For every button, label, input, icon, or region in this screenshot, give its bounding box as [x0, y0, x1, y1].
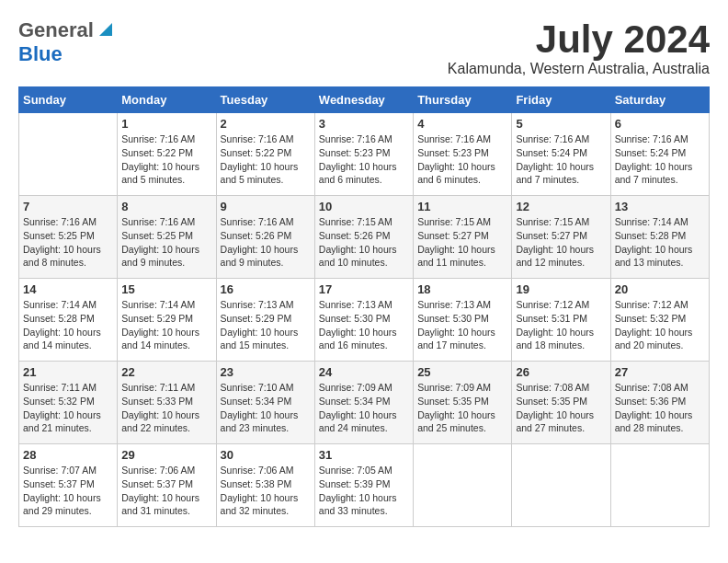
calendar-cell: 16Sunrise: 7:13 AM Sunset: 5:29 PM Dayli… [216, 279, 314, 362]
day-info: Sunrise: 7:06 AM Sunset: 5:37 PM Dayligh… [121, 464, 211, 518]
calendar-cell: 7Sunrise: 7:16 AM Sunset: 5:25 PM Daylig… [19, 196, 118, 279]
day-info: Sunrise: 7:13 AM Sunset: 5:29 PM Dayligh… [221, 298, 311, 352]
day-number: 27 [615, 365, 705, 379]
day-number: 15 [121, 282, 211, 296]
calendar-cell: 21Sunrise: 7:11 AM Sunset: 5:32 PM Dayli… [19, 362, 118, 444]
day-number: 30 [221, 448, 311, 462]
logo-arrow-icon [96, 19, 116, 40]
day-info: Sunrise: 7:16 AM Sunset: 5:24 PM Dayligh… [615, 132, 705, 187]
day-info: Sunrise: 7:07 AM Sunset: 5:37 PM Dayligh… [23, 464, 113, 518]
day-number: 31 [319, 448, 409, 462]
header-saturday: Saturday [610, 87, 709, 113]
calendar-cell: 26Sunrise: 7:08 AM Sunset: 5:35 PM Dayli… [512, 362, 610, 444]
day-number: 22 [121, 365, 211, 379]
calendar-table: Sunday Monday Tuesday Wednesday Thursday… [18, 86, 710, 527]
day-number: 16 [221, 282, 311, 296]
page-header: General Blue July 2024 Kalamunda, Wester… [18, 18, 710, 77]
day-number: 18 [417, 282, 507, 296]
calendar-cell: 12Sunrise: 7:15 AM Sunset: 5:27 PM Dayli… [512, 196, 610, 279]
day-info: Sunrise: 7:13 AM Sunset: 5:30 PM Dayligh… [319, 298, 409, 352]
day-info: Sunrise: 7:10 AM Sunset: 5:34 PM Dayligh… [221, 381, 311, 435]
day-info: Sunrise: 7:11 AM Sunset: 5:32 PM Dayligh… [23, 381, 113, 435]
calendar-cell: 3Sunrise: 7:16 AM Sunset: 5:23 PM Daylig… [314, 113, 413, 196]
day-info: Sunrise: 7:08 AM Sunset: 5:36 PM Dayligh… [615, 381, 705, 435]
calendar-week-3: 14Sunrise: 7:14 AM Sunset: 5:28 PM Dayli… [19, 279, 710, 362]
calendar-cell [512, 444, 610, 527]
day-number: 1 [121, 117, 211, 131]
header-thursday: Thursday [414, 87, 512, 113]
calendar-cell: 1Sunrise: 7:16 AM Sunset: 5:22 PM Daylig… [118, 113, 216, 196]
day-info: Sunrise: 7:09 AM Sunset: 5:35 PM Dayligh… [417, 381, 507, 435]
header-sunday: Sunday [19, 87, 118, 113]
calendar-cell: 30Sunrise: 7:06 AM Sunset: 5:38 PM Dayli… [216, 444, 314, 527]
day-info: Sunrise: 7:14 AM Sunset: 5:28 PM Dayligh… [23, 298, 113, 352]
calendar-cell: 24Sunrise: 7:09 AM Sunset: 5:34 PM Dayli… [314, 362, 413, 444]
header-wednesday: Wednesday [314, 87, 413, 113]
day-number: 9 [221, 200, 311, 213]
day-number: 14 [23, 282, 113, 296]
calendar-cell: 10Sunrise: 7:15 AM Sunset: 5:26 PM Dayli… [314, 196, 413, 279]
calendar-cell: 19Sunrise: 7:12 AM Sunset: 5:31 PM Dayli… [512, 279, 610, 362]
day-number: 29 [121, 448, 211, 462]
calendar-week-2: 7Sunrise: 7:16 AM Sunset: 5:25 PM Daylig… [19, 196, 710, 279]
day-number: 6 [615, 117, 705, 131]
title-section: July 2024 Kalamunda, Western Australia, … [448, 18, 710, 77]
calendar-cell: 5Sunrise: 7:16 AM Sunset: 5:24 PM Daylig… [512, 113, 610, 196]
calendar-cell [19, 113, 118, 196]
header-friday: Friday [512, 87, 610, 113]
logo-general: General [18, 18, 94, 42]
calendar-week-4: 21Sunrise: 7:11 AM Sunset: 5:32 PM Dayli… [19, 362, 710, 444]
header-row: Sunday Monday Tuesday Wednesday Thursday… [19, 87, 710, 113]
day-info: Sunrise: 7:16 AM Sunset: 5:23 PM Dayligh… [319, 132, 409, 187]
day-number: 2 [221, 117, 311, 131]
day-info: Sunrise: 7:14 AM Sunset: 5:28 PM Dayligh… [615, 215, 705, 270]
day-number: 5 [516, 117, 606, 131]
day-number: 23 [221, 365, 311, 379]
calendar-cell: 15Sunrise: 7:14 AM Sunset: 5:29 PM Dayli… [118, 279, 216, 362]
day-info: Sunrise: 7:08 AM Sunset: 5:35 PM Dayligh… [516, 381, 606, 435]
location-title: Kalamunda, Western Australia, Australia [448, 61, 710, 77]
day-info: Sunrise: 7:16 AM Sunset: 5:25 PM Dayligh… [121, 215, 211, 270]
calendar-cell: 2Sunrise: 7:16 AM Sunset: 5:22 PM Daylig… [216, 113, 314, 196]
day-info: Sunrise: 7:11 AM Sunset: 5:33 PM Dayligh… [121, 381, 211, 435]
day-number: 8 [121, 200, 211, 213]
day-number: 20 [615, 282, 705, 296]
day-number: 12 [516, 200, 606, 213]
calendar-cell: 14Sunrise: 7:14 AM Sunset: 5:28 PM Dayli… [19, 279, 118, 362]
calendar-cell: 17Sunrise: 7:13 AM Sunset: 5:30 PM Dayli… [314, 279, 413, 362]
day-info: Sunrise: 7:06 AM Sunset: 5:38 PM Dayligh… [221, 464, 311, 518]
day-info: Sunrise: 7:12 AM Sunset: 5:32 PM Dayligh… [615, 298, 705, 352]
svg-marker-0 [99, 23, 112, 36]
day-number: 3 [319, 117, 409, 131]
calendar-cell: 4Sunrise: 7:16 AM Sunset: 5:23 PM Daylig… [414, 113, 512, 196]
day-info: Sunrise: 7:16 AM Sunset: 5:23 PM Dayligh… [417, 132, 507, 187]
day-number: 24 [319, 365, 409, 379]
calendar-cell: 27Sunrise: 7:08 AM Sunset: 5:36 PM Dayli… [610, 362, 709, 444]
header-tuesday: Tuesday [216, 87, 314, 113]
calendar-cell: 6Sunrise: 7:16 AM Sunset: 5:24 PM Daylig… [610, 113, 709, 196]
calendar-cell: 22Sunrise: 7:11 AM Sunset: 5:33 PM Dayli… [118, 362, 216, 444]
day-info: Sunrise: 7:16 AM Sunset: 5:26 PM Dayligh… [221, 215, 311, 270]
calendar-cell: 25Sunrise: 7:09 AM Sunset: 5:35 PM Dayli… [414, 362, 512, 444]
day-info: Sunrise: 7:12 AM Sunset: 5:31 PM Dayligh… [516, 298, 606, 352]
calendar-cell: 20Sunrise: 7:12 AM Sunset: 5:32 PM Dayli… [610, 279, 709, 362]
calendar-week-1: 1Sunrise: 7:16 AM Sunset: 5:22 PM Daylig… [19, 113, 710, 196]
calendar-cell [414, 444, 512, 527]
calendar-cell: 11Sunrise: 7:15 AM Sunset: 5:27 PM Dayli… [414, 196, 512, 279]
day-info: Sunrise: 7:13 AM Sunset: 5:30 PM Dayligh… [417, 298, 507, 352]
calendar-cell: 9Sunrise: 7:16 AM Sunset: 5:26 PM Daylig… [216, 196, 314, 279]
day-info: Sunrise: 7:15 AM Sunset: 5:26 PM Dayligh… [319, 215, 409, 270]
day-number: 10 [319, 200, 409, 213]
day-number: 4 [417, 117, 507, 131]
day-info: Sunrise: 7:15 AM Sunset: 5:27 PM Dayligh… [516, 215, 606, 270]
day-info: Sunrise: 7:16 AM Sunset: 5:22 PM Dayligh… [121, 132, 211, 187]
day-info: Sunrise: 7:05 AM Sunset: 5:39 PM Dayligh… [319, 464, 409, 518]
header-monday: Monday [118, 87, 216, 113]
day-number: 7 [23, 200, 113, 213]
calendar-cell: 28Sunrise: 7:07 AM Sunset: 5:37 PM Dayli… [19, 444, 118, 527]
day-number: 13 [615, 200, 705, 213]
day-number: 26 [516, 365, 606, 379]
logo: General Blue [18, 18, 116, 66]
day-number: 21 [23, 365, 113, 379]
calendar-cell: 31Sunrise: 7:05 AM Sunset: 5:39 PM Dayli… [314, 444, 413, 527]
